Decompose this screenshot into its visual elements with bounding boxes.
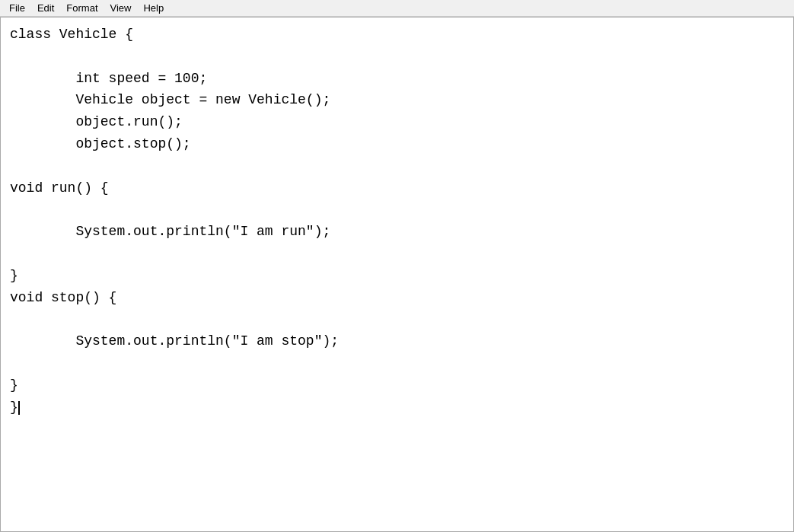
code-editor[interactable]: class Vehicle { int speed = 100; Vehicle… bbox=[0, 17, 794, 532]
code-content: class Vehicle { int speed = 100; Vehicle… bbox=[10, 24, 784, 418]
menu-edit[interactable]: Edit bbox=[31, 2, 60, 14]
menu-view[interactable]: View bbox=[104, 2, 138, 14]
menu-file[interactable]: File bbox=[3, 2, 31, 14]
menu-help[interactable]: Help bbox=[137, 2, 170, 14]
menubar: File Edit Format View Help bbox=[0, 0, 794, 17]
text-cursor bbox=[18, 401, 20, 415]
menu-format[interactable]: Format bbox=[60, 2, 104, 14]
